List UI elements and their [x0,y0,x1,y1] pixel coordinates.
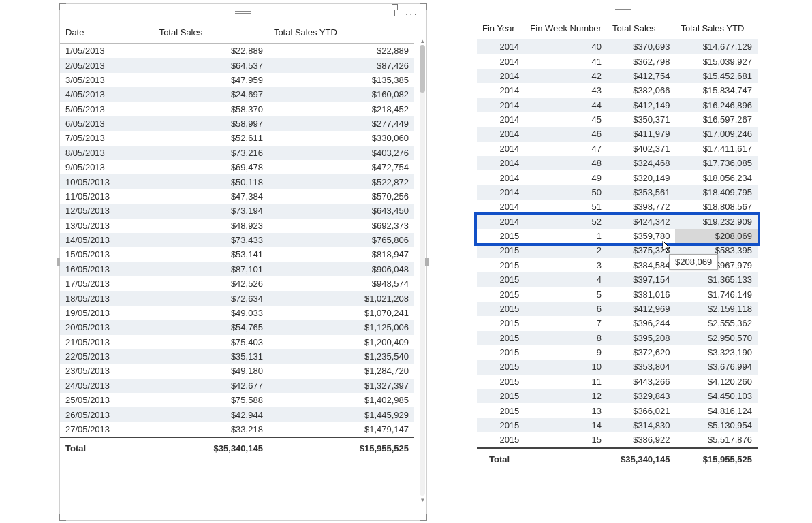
cell[interactable]: 44 [525,98,607,112]
cell[interactable]: $570,256 [268,189,414,204]
cell[interactable]: 2015 [477,418,525,432]
cell[interactable]: 9/05/2013 [60,160,154,174]
table-row[interactable]: 201512$329,843$4,450,103 [477,389,758,403]
cell[interactable]: 2014 [477,83,525,97]
cell[interactable]: $53,141 [154,247,268,262]
cell[interactable]: 2/05/2013 [60,58,154,72]
cell[interactable]: $87,101 [154,262,268,276]
cell[interactable]: $375,326 [607,243,675,257]
cell[interactable]: $75,403 [154,335,268,349]
cell[interactable]: $208,069 [675,229,758,243]
cell[interactable]: 2 [525,243,607,257]
table-row[interactable]: 14/05/2013$73,433$765,806 [60,233,414,247]
table-row[interactable]: 201452$424,342$19,232,909 [477,215,758,229]
col-header-fin-year[interactable]: Fin Year [477,16,525,39]
table-row[interactable]: 15/05/2013$53,141$818,947 [60,247,414,262]
cell[interactable]: 2014 [477,170,525,185]
cell[interactable]: 7/05/2013 [60,131,154,145]
focus-mode-icon[interactable] [386,7,395,16]
table-row[interactable]: 201510$353,804$3,676,994 [477,360,758,374]
table-row[interactable]: 4/05/2013$24,697$160,082 [60,87,414,101]
table-row[interactable]: 7/05/2013$52,611$330,060 [60,131,414,145]
cell[interactable]: 15/05/2013 [60,247,154,262]
table-row[interactable]: 20158$395,208$2,950,570 [477,331,758,345]
table-row[interactable]: 201441$362,798$15,039,927 [477,54,758,68]
cell[interactable]: $277,449 [268,116,414,131]
cell[interactable]: 48 [525,156,607,170]
cell[interactable]: 18/05/2013 [60,291,154,305]
cell[interactable]: $22,889 [154,44,268,59]
cell[interactable]: $135,385 [268,73,414,87]
cell[interactable]: $17,736,085 [675,156,758,170]
table-row[interactable]: 201447$402,371$17,411,617 [477,142,758,156]
cell[interactable]: $64,537 [154,58,268,72]
table-row[interactable]: 25/05/2013$75,588$1,402,985 [60,393,414,407]
cell[interactable]: $1,284,720 [268,364,414,378]
table-row[interactable]: 22/05/2013$35,131$1,235,540 [60,349,414,364]
table-row[interactable]: 201445$350,371$16,597,267 [477,112,758,127]
cell[interactable]: 15 [525,432,607,447]
table-row[interactable]: 21/05/2013$75,403$1,200,409 [60,335,414,349]
table-row[interactable]: 201450$353,561$18,409,795 [477,185,758,200]
cell[interactable]: 2015 [477,432,525,447]
cell[interactable]: 2014 [477,200,525,214]
table-row[interactable]: 201446$411,979$17,009,246 [477,127,758,141]
cell[interactable]: 21/05/2013 [60,335,154,349]
table-row[interactable]: 20157$396,244$2,555,362 [477,316,758,330]
cell[interactable]: $372,620 [607,345,675,360]
table-row[interactable]: 6/05/2013$58,997$277,449 [60,116,414,131]
cell[interactable]: 1 [525,229,607,243]
cell[interactable]: $18,409,795 [675,185,758,200]
cell[interactable]: $330,060 [268,131,414,145]
cell[interactable]: 26/05/2013 [60,407,154,422]
cell[interactable]: 16/05/2013 [60,262,154,276]
cell[interactable]: 27/05/2013 [60,422,154,437]
cell[interactable]: 2014 [477,156,525,170]
cell[interactable]: 6/05/2013 [60,116,154,131]
cell[interactable]: $381,016 [607,287,675,301]
table-row[interactable]: 1/05/2013$22,889$22,889 [60,44,414,59]
cell[interactable]: $765,806 [268,233,414,247]
cell[interactable]: $402,371 [607,142,675,156]
cell[interactable]: $4,120,260 [675,375,758,389]
cell[interactable]: 4/05/2013 [60,87,154,101]
cell[interactable]: 2015 [477,287,525,301]
table-row[interactable]: 201515$386,922$5,517,876 [477,432,758,447]
cell[interactable]: $314,830 [607,418,675,432]
table-row[interactable]: 201449$320,149$18,056,234 [477,170,758,185]
cell[interactable]: 2015 [477,316,525,330]
col-header-total-sales[interactable]: Total Sales [607,16,675,39]
cell[interactable]: $33,218 [154,422,268,437]
cell[interactable]: $2,159,118 [675,302,758,316]
right-table-visual[interactable]: Fin Year Fin Week Number Total Sales Tot… [477,0,770,523]
cell[interactable]: $359,780 [607,229,675,243]
cell[interactable]: $1,125,006 [268,320,414,334]
cell[interactable]: 13 [525,403,607,417]
cell[interactable]: 2015 [477,375,525,389]
cell[interactable]: $42,677 [154,379,268,393]
cell[interactable]: $350,371 [607,112,675,127]
cell[interactable]: 45 [525,112,607,127]
cell[interactable]: 7 [525,316,607,330]
cell[interactable]: 3 [525,258,607,272]
scrollbar-thumb[interactable] [420,45,425,93]
cell[interactable]: 2014 [477,142,525,156]
drag-grip-icon[interactable] [615,7,631,10]
cell[interactable]: $42,944 [154,407,268,422]
table-row[interactable]: 20156$412,969$2,159,118 [477,302,758,316]
cell[interactable]: $395,208 [607,331,675,345]
cell[interactable]: $320,149 [607,170,675,185]
cell[interactable]: 8 [525,331,607,345]
table-row[interactable]: 9/05/2013$69,478$472,754 [60,160,414,174]
table-row[interactable]: 20155$381,016$1,746,149 [477,287,758,301]
cell[interactable]: 3/05/2013 [60,73,154,87]
cell[interactable]: $17,009,246 [675,127,758,141]
cell[interactable]: $16,246,896 [675,98,758,112]
cell[interactable]: $218,452 [268,102,414,116]
cell[interactable]: $18,056,234 [675,170,758,185]
cell[interactable]: $75,588 [154,393,268,407]
table-row[interactable]: 17/05/2013$42,526$948,574 [60,276,414,291]
cell[interactable]: $818,947 [268,247,414,262]
table-row[interactable]: 3/05/2013$47,959$135,385 [60,73,414,87]
cell[interactable]: $73,194 [154,204,268,218]
